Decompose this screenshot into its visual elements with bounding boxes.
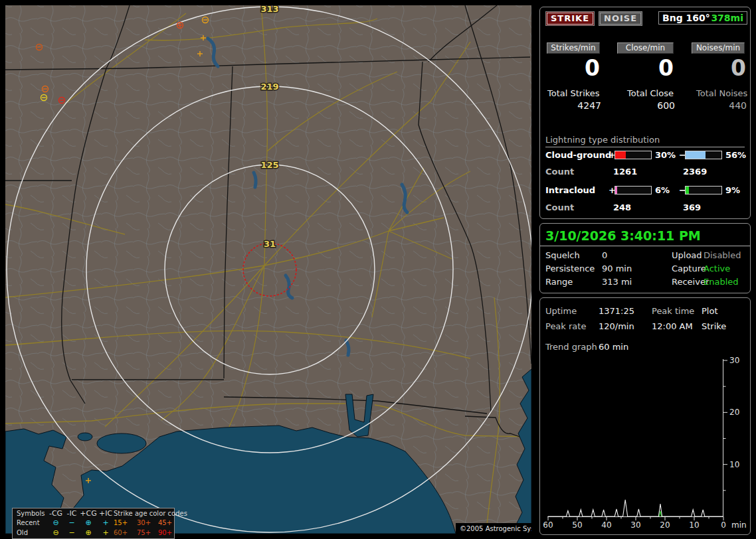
trend-line-series [548, 500, 723, 516]
ic-neg-bar-fill [686, 187, 689, 194]
close-per-min-button[interactable]: Close/min [617, 42, 674, 54]
ring-label-31: 31 [264, 239, 276, 249]
svg-text:30: 30 [729, 356, 739, 365]
status-row: Squelch 0 Upload Disabled [540, 250, 750, 262]
svg-text:10: 10 [689, 520, 699, 530]
bearing-distance: 378mi [711, 13, 743, 23]
age-75: 75+ [137, 528, 158, 538]
noise-mode-button[interactable]: NOISE [599, 11, 642, 26]
total-close-label: Total Close [627, 88, 674, 98]
total-close-value: 600 [618, 100, 675, 111]
cloud-ground-row: Cloud-ground + 30% − 56% [545, 150, 745, 159]
noise-mode-label: NOISE [600, 13, 641, 25]
upload-status: Disabled [704, 250, 741, 260]
ic-neg-recent-icon: − [64, 518, 79, 528]
status-row: Persistence 90 min Capture Active [540, 264, 750, 275]
ic-pos-pct: 6% [655, 185, 670, 195]
cg-pos-old-icon: ⊕ [79, 528, 98, 538]
legend-col-cg-pos: +CG [79, 509, 98, 518]
cg-pos-recent-icon: ⊕ [79, 518, 98, 528]
svg-text:10: 10 [729, 460, 739, 469]
range-label: Range [545, 277, 573, 287]
legend-symbols-header: Symbols [17, 509, 47, 518]
axis-ticks [548, 360, 727, 520]
legend-col-cg-neg: -CG [47, 509, 64, 518]
ic-neg-pct: 9% [725, 185, 740, 195]
datetime-display: 3/10/2026 3:40:11 PM [540, 224, 750, 246]
strike-mode-button[interactable]: STRIKE [545, 11, 595, 26]
age-90: 90+ [158, 528, 177, 538]
ic-pos-bar-fill [615, 187, 617, 194]
svg-text:30: 30 [630, 520, 640, 530]
cg-neg-count: 2369 [683, 167, 707, 177]
noises-per-min-button[interactable]: Noises/min [692, 42, 745, 54]
bearing-label: Bng 160° [662, 13, 710, 23]
strikes-per-min-button[interactable]: Strikes/min [547, 42, 600, 54]
svg-text:min: min [731, 520, 747, 530]
cg-pos-pct: 30% [655, 150, 676, 160]
ic-neg-old-icon: − [64, 528, 79, 538]
age-30: 30+ [137, 518, 158, 528]
axis-labels: 6050403020100min302010 [543, 356, 746, 530]
legend-row-old-label: Old [17, 528, 47, 538]
cloud-ground-label: Cloud-ground [545, 150, 611, 160]
ring-label-219: 219 [260, 82, 278, 92]
noises-per-min-value: 0 [690, 56, 746, 80]
upload-label: Upload [672, 250, 702, 260]
total-strikes-label: Total Strikes [547, 88, 600, 98]
intracloud-count-row: Count 248 369 [545, 202, 574, 212]
symbol-legend: Symbols -CG -IC +CG +IC Strike age color… [12, 508, 175, 539]
map-canvas: 313 219 125 31 ©2005 Astrogenic Systems [5, 5, 531, 534]
svg-text:20: 20 [660, 520, 670, 530]
cg-neg-old-icon: ⊖ [47, 528, 64, 538]
ring-label-313: 313 [260, 5, 278, 14]
bearing-readout: Bng 160° 378mi [658, 11, 747, 25]
age-60: 60+ [114, 528, 137, 538]
cloud-ground-count-row: Count 1261 2369 [545, 167, 574, 177]
copyright-text: ©2005 Astrogenic Systems [460, 525, 531, 532]
close-per-min-value: 0 [617, 56, 674, 80]
total-strikes-value: 4247 [545, 100, 601, 111]
status-row: Range 313 mi Receiver Enabled [540, 277, 750, 289]
ic-neg-bar [685, 186, 722, 194]
count-label: Count [545, 202, 574, 212]
app-window: 313 219 125 31 ©2005 Astrogenic Systems … [0, 0, 756, 539]
ic-neg-count: 369 [683, 202, 701, 212]
svg-text:60: 60 [543, 520, 553, 530]
ic-pos-bar [614, 186, 652, 194]
persistence-value: 90 min [602, 264, 632, 273]
cg-pos-count: 1261 [613, 167, 637, 177]
ic-pos-recent-icon: + [98, 518, 114, 528]
intracloud-label: Intracloud [545, 185, 595, 195]
cg-pos-bar-fill [615, 151, 626, 159]
svg-text:0: 0 [721, 520, 726, 530]
squelch-label: Squelch [545, 250, 580, 260]
distribution-title: Lightning type distribution [545, 135, 745, 147]
strike-mode-label: STRIKE [547, 13, 593, 25]
strikes-per-min-value: 0 [545, 56, 600, 80]
ring-label-125: 125 [260, 160, 278, 170]
counters-panel: STRIKE NOISE Bng 160° 378mi Strikes/min … [539, 7, 751, 219]
legend-age-header: Strike age color codes [114, 509, 177, 518]
total-noises-value: 440 [690, 100, 747, 111]
cg-pos-bar [614, 151, 652, 159]
squelch-value: 0 [602, 250, 607, 260]
svg-text:20: 20 [729, 408, 739, 417]
legend-col-ic-pos: +IC [98, 509, 114, 518]
cg-neg-bar [685, 151, 722, 159]
intracloud-row: Intracloud + 6% − 9% [545, 185, 745, 194]
capture-label: Capture [672, 264, 706, 273]
svg-text:50: 50 [572, 520, 582, 530]
ic-pos-count: 248 [613, 202, 631, 212]
cg-neg-recent-icon: ⊖ [47, 518, 64, 528]
capture-status: Active [704, 264, 730, 273]
range-value: 313 mi [602, 277, 632, 287]
ic-pos-old-icon: + [98, 528, 114, 538]
cg-neg-pct: 56% [725, 150, 746, 160]
trend-panel: Uptime 1371:25 Peak time Plot Peak rate … [539, 297, 751, 535]
total-noises-label: Total Noises [696, 88, 747, 98]
count-label: Count [545, 167, 574, 177]
trend-graph: 6050403020100min302010 [540, 298, 750, 533]
svg-text:40: 40 [601, 520, 611, 530]
lightning-map[interactable]: 313 219 125 31 ©2005 Astrogenic Systems … [5, 5, 531, 534]
